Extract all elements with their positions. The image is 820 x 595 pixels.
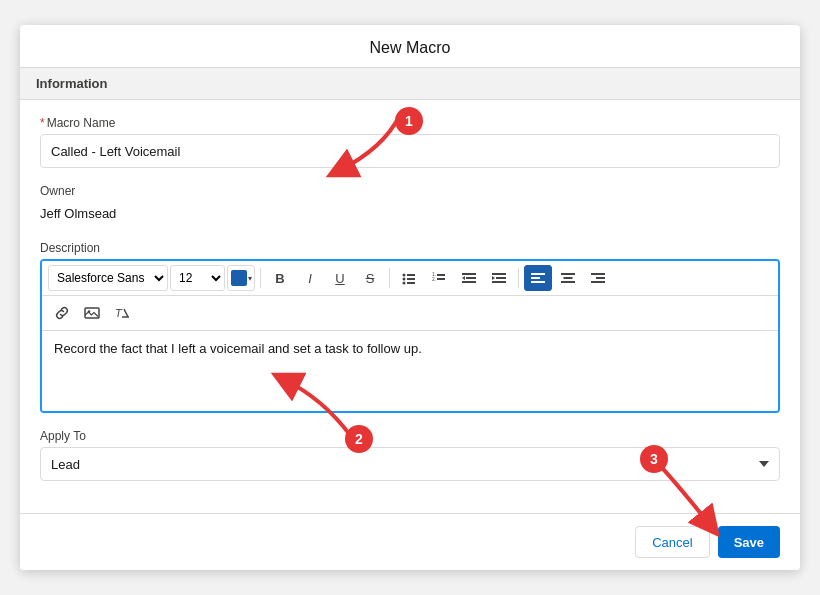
svg-marker-17 — [492, 276, 495, 280]
svg-rect-12 — [462, 281, 476, 283]
toolbar-divider-3 — [518, 268, 519, 288]
form-body: *Macro Name Owner Jeff Olmsead Descripti… — [20, 100, 800, 513]
owner-label: Owner — [40, 184, 780, 198]
description-label: Description — [40, 241, 780, 255]
owner-field-group: Owner Jeff Olmsead — [40, 184, 780, 225]
modal-container: New Macro Information *Macro Name Owner … — [20, 25, 800, 570]
editor-content[interactable]: Record the fact that I left a voicemail … — [42, 331, 778, 411]
apply-to-field-group: Apply To Lead Contact Account Case — [40, 429, 780, 481]
svg-rect-16 — [492, 281, 506, 283]
image-button[interactable] — [78, 300, 106, 326]
align-center-button[interactable] — [554, 265, 582, 291]
align-right-button[interactable] — [584, 265, 612, 291]
clear-format-button[interactable]: T — [108, 300, 136, 326]
align-left-button[interactable] — [524, 265, 552, 291]
toolbar-divider-1 — [260, 268, 261, 288]
toolbar-divider-2 — [389, 268, 390, 288]
svg-rect-5 — [407, 282, 415, 284]
svg-marker-13 — [462, 276, 465, 280]
bold-button[interactable]: B — [266, 265, 294, 291]
svg-rect-1 — [407, 274, 415, 276]
rich-text-editor: Salesforce Sans Arial Times New Roman 12… — [40, 259, 780, 413]
svg-rect-24 — [591, 273, 605, 275]
outdent-button[interactable] — [455, 265, 483, 291]
apply-to-select[interactable]: Lead Contact Account Case — [40, 447, 780, 481]
color-chevron-icon: ▾ — [248, 274, 252, 283]
cancel-button[interactable]: Cancel — [635, 526, 709, 558]
svg-rect-22 — [564, 277, 573, 279]
svg-point-4 — [403, 282, 406, 285]
svg-rect-18 — [531, 273, 545, 275]
svg-rect-11 — [466, 277, 476, 279]
ordered-list-button[interactable]: 1.2. — [425, 265, 453, 291]
toolbar-row2: T — [42, 296, 778, 331]
svg-line-30 — [124, 309, 128, 317]
svg-rect-9 — [437, 278, 445, 280]
svg-rect-10 — [462, 273, 476, 275]
svg-rect-3 — [407, 278, 415, 280]
apply-to-label: Apply To — [40, 429, 780, 443]
section-header: Information — [20, 67, 800, 100]
macro-name-label: *Macro Name — [40, 116, 780, 130]
modal-footer: Cancel Save — [20, 513, 800, 570]
unordered-list-button[interactable] — [395, 265, 423, 291]
color-swatch — [231, 270, 247, 286]
macro-name-input[interactable] — [40, 134, 780, 168]
page-title: New Macro — [20, 25, 800, 67]
strikethrough-button[interactable]: S — [356, 265, 384, 291]
underline-button[interactable]: U — [326, 265, 354, 291]
svg-rect-15 — [496, 277, 506, 279]
macro-name-field-group: *Macro Name — [40, 116, 780, 168]
svg-rect-23 — [561, 281, 575, 283]
font-size-select[interactable]: 12 8 10 14 — [170, 265, 225, 291]
svg-rect-21 — [561, 273, 575, 275]
svg-point-0 — [403, 274, 406, 277]
svg-text:2.: 2. — [432, 276, 436, 282]
svg-text:T: T — [115, 307, 123, 319]
svg-rect-14 — [492, 273, 506, 275]
required-indicator: * — [40, 116, 45, 130]
link-button[interactable] — [48, 300, 76, 326]
indent-button[interactable] — [485, 265, 513, 291]
svg-rect-25 — [596, 277, 605, 279]
toolbar-row1: Salesforce Sans Arial Times New Roman 12… — [42, 261, 778, 296]
svg-rect-19 — [531, 277, 540, 279]
svg-point-2 — [403, 278, 406, 281]
description-field-group: Description Salesforce Sans Arial Times … — [40, 241, 780, 413]
svg-rect-7 — [437, 274, 445, 276]
text-color-button[interactable]: ▾ — [227, 265, 255, 291]
italic-button[interactable]: I — [296, 265, 324, 291]
svg-rect-20 — [531, 281, 545, 283]
save-button[interactable]: Save — [718, 526, 780, 558]
svg-rect-26 — [591, 281, 605, 283]
owner-value: Jeff Olmsead — [40, 202, 780, 225]
font-family-select[interactable]: Salesforce Sans Arial Times New Roman — [48, 265, 168, 291]
